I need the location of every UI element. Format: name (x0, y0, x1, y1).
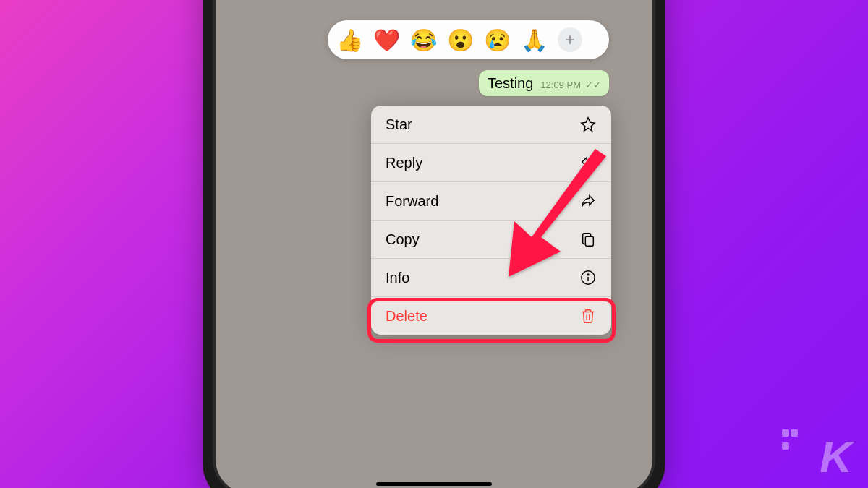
svg-point-3 (587, 274, 589, 275)
svg-rect-0 (585, 236, 593, 246)
menu-item-reply[interactable]: Reply (371, 144, 611, 182)
reaction-pray[interactable]: 🙏 (521, 27, 548, 53)
phone-screen: 👍 ❤️ 😂 😮 😢 🙏 + Testing 12:09 PM ✓✓ Star (216, 0, 652, 488)
reaction-bar: 👍 ❤️ 😂 😮 😢 🙏 + (328, 20, 609, 59)
read-receipt-icon: ✓✓ (585, 80, 601, 90)
menu-label: Delete (386, 308, 427, 325)
menu-item-info[interactable]: Info (371, 259, 611, 297)
reply-icon (579, 154, 597, 171)
menu-label: Reply (386, 155, 422, 171)
home-indicator[interactable] (376, 482, 492, 486)
reaction-sad[interactable]: 😢 (484, 27, 511, 53)
message-bubble[interactable]: Testing 12:09 PM ✓✓ (479, 70, 609, 96)
reaction-laugh[interactable]: 😂 (410, 27, 437, 53)
reaction-thumbs-up[interactable]: 👍 (336, 27, 363, 53)
info-icon (579, 269, 597, 286)
trash-icon (579, 307, 597, 325)
logo-dots (781, 427, 799, 453)
message-time: 12:09 PM (540, 80, 581, 90)
reaction-heart[interactable]: ❤️ (373, 27, 400, 53)
k-logo-watermark: K (820, 431, 851, 482)
menu-label: Info (386, 270, 409, 286)
star-icon (579, 116, 597, 133)
menu-item-forward[interactable]: Forward (371, 182, 611, 221)
menu-label: Forward (386, 193, 438, 210)
phone-frame: 👍 ❤️ 😂 😮 😢 🙏 + Testing 12:09 PM ✓✓ Star (203, 0, 665, 488)
menu-item-copy[interactable]: Copy (371, 221, 611, 259)
menu-item-delete[interactable]: Delete (371, 297, 611, 335)
menu-label: Copy (386, 231, 420, 248)
menu-item-star[interactable]: Star (371, 106, 611, 144)
message-text: Testing (488, 75, 533, 92)
context-menu: Star Reply Forward (371, 106, 611, 335)
phone-frame-inner: 👍 ❤️ 😂 😮 😢 🙏 + Testing 12:09 PM ✓✓ Star (213, 0, 655, 488)
menu-label: Star (386, 116, 412, 133)
reaction-add-button[interactable]: + (558, 27, 582, 52)
copy-icon (579, 231, 597, 248)
forward-icon (579, 192, 597, 210)
reaction-surprised[interactable]: 😮 (447, 27, 474, 53)
